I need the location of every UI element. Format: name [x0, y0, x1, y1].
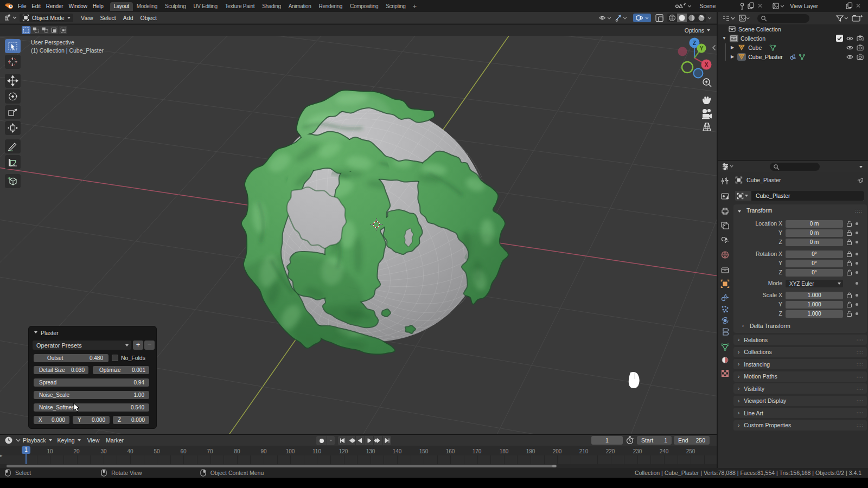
svg-text:Y: Y: [700, 46, 704, 52]
svg-text:Z: Z: [693, 40, 696, 46]
svg-text:X: X: [705, 62, 709, 68]
